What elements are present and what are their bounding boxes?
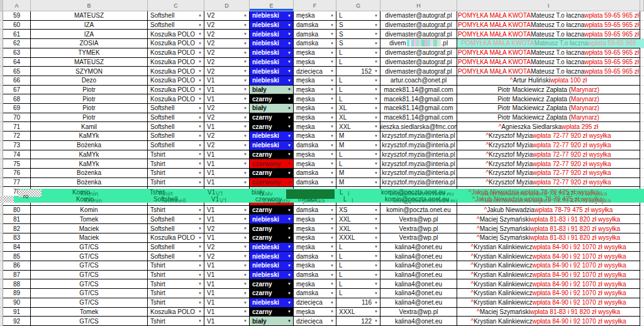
size-dropdown[interactable]: L▼ [336, 94, 380, 104]
email-cell[interactable]: macek81.14@gmail.com [380, 94, 457, 104]
name-cell[interactable]: GT/CS [31, 279, 148, 289]
note-cell[interactable]: POMYŁKA MAŁA KWOTA Mateusz T.o łaczna wp… [457, 58, 640, 67]
email-cell[interactable]: kalina4@onet.eu [380, 243, 457, 252]
size-dropdown[interactable]: L▼ [336, 243, 380, 252]
name-cell[interactable]: Kamil [31, 122, 148, 132]
color-dropdown[interactable]: biały▼ [250, 187, 294, 196]
name-cell[interactable]: GT/CS [31, 289, 148, 298]
color-dropdown[interactable]: czarny▼ [250, 150, 294, 160]
row-number-cell[interactable]: 92 [3, 317, 31, 326]
email-cell[interactable]: kalina4@onet.eu [380, 279, 457, 289]
row-number-cell[interactable]: 76 [3, 169, 31, 178]
column-header-B[interactable]: B [31, 0, 148, 11]
gender-dropdown[interactable]: męska▼ [294, 308, 336, 317]
size-dropdown[interactable]: 152▼ [336, 67, 380, 76]
gender-dropdown[interactable]: męska▼ [294, 279, 336, 289]
product-dropdown[interactable]: Koszulka POLO▼ [148, 233, 204, 243]
name-cell[interactable]: TYMEK [31, 48, 148, 58]
variant-dropdown[interactable]: V1▼ [204, 76, 250, 86]
note-cell[interactable]: Piotr Mackiewicz Zapłata ( Marynarz) [457, 94, 640, 104]
name-cell[interactable]: GT/CS [31, 298, 148, 308]
color-dropdown[interactable]: czerwony▼ [250, 196, 294, 206]
size-dropdown[interactable]: M▼ [336, 169, 380, 178]
note-cell[interactable]: Piotr Mackiewicz Zapłata ( Marynarz) [457, 86, 640, 95]
variant-dropdown[interactable]: V2▼ [204, 58, 250, 67]
note-cell[interactable]: ^Krzysztof Myzia wpłata 72-77 920 zł wys… [457, 178, 640, 188]
product-dropdown[interactable]: Softshell▼ [148, 141, 204, 150]
variant-dropdown[interactable]: V2▼ [204, 224, 250, 233]
product-dropdown[interactable]: Tshirt▼ [148, 159, 204, 169]
row-number-cell[interactable]: 91 [3, 308, 31, 317]
email-cell[interactable]: krzysztof.myzia@interia.pl [380, 159, 457, 169]
email-cell[interactable]: macek81.14@gmail.com [380, 86, 457, 95]
row-number-cell[interactable]: 88 [3, 279, 31, 289]
row-number-cell[interactable]: 60 [3, 21, 31, 30]
size-dropdown[interactable]: XXXL▼ [336, 233, 380, 243]
color-dropdown[interactable]: czarny▼ [250, 233, 294, 243]
product-dropdown[interactable]: Koszulka POLO▼ [148, 76, 204, 86]
email-cell[interactable]: kalina4@onet.eu [380, 317, 457, 326]
email-cell[interactable]: divem.pl [380, 39, 457, 48]
variant-dropdown[interactable]: V2▼ [204, 21, 250, 30]
gender-dropdown[interactable]: męska▼ [294, 113, 336, 123]
row-number-cell[interactable]: 75 [3, 159, 31, 169]
gender-dropdown[interactable]: męska▼ [294, 58, 336, 67]
row-number-cell[interactable]: 86 [3, 261, 31, 271]
note-cell[interactable]: ^Krystian Kalinkiewicz wpłata 84-90 i 92… [457, 243, 640, 252]
row-number-cell[interactable]: 82 [3, 224, 31, 233]
size-dropdown[interactable]: XXL▼ [336, 122, 380, 132]
variant-dropdown[interactable]: V2▼ [204, 243, 250, 252]
variant-dropdown[interactable]: V1▼ [204, 308, 250, 317]
gender-dropdown[interactable]: damska▼ [294, 169, 336, 178]
email-cell[interactable]: kalina4@onet.eu [380, 261, 457, 271]
product-dropdown[interactable]: Softshell▼ [148, 132, 204, 141]
variant-dropdown[interactable]: V2▼ [204, 132, 250, 141]
size-dropdown[interactable]: S▼ [336, 39, 380, 48]
color-dropdown[interactable]: niebieski▼ [250, 11, 294, 21]
email-cell[interactable]: krzysztof.myzia@interia.pl [380, 132, 457, 141]
product-dropdown[interactable]: Koszulka POLO▼ [148, 30, 204, 39]
size-dropdown[interactable]: M▼ [336, 132, 380, 141]
row-number-cell[interactable]: 67 [3, 86, 31, 95]
gender-dropdown[interactable]: męska▼ [294, 159, 336, 169]
size-dropdown[interactable]: XL▼ [336, 104, 380, 113]
product-dropdown[interactable]: Koszulka POLO▼ [148, 48, 204, 58]
row-number-cell[interactable]: 80 [3, 206, 31, 215]
color-dropdown[interactable]: biały▼ [250, 317, 294, 326]
note-cell[interactable]: ^Jakub Niewadzia wpłata 78-79 475 zł wys… [457, 187, 640, 196]
row-number-cell[interactable]: 81 [3, 215, 31, 224]
note-cell[interactable]: ^Krystian Kalinkiewicz wpłata 84-90 i 92… [457, 289, 640, 298]
email-cell[interactable]: krzysztof.myzia@interia.pl [380, 169, 457, 178]
color-dropdown[interactable]: niebieski▼ [250, 243, 294, 252]
note-cell[interactable]: POMYŁKA MAŁA KWOTA Mateusz T.o łaczna wp… [457, 39, 640, 48]
row-number-cell[interactable]: 87 [3, 271, 31, 280]
column-header-E[interactable]: E [250, 0, 294, 11]
product-dropdown[interactable]: Softshell▼ [148, 215, 204, 224]
column-header-D[interactable]: D [204, 0, 250, 11]
row-number-cell[interactable]: 59 [3, 11, 31, 21]
note-cell[interactable]: ^Krystian Kalinkiewicz wpłata 84-90 i 92… [457, 279, 640, 289]
email-cell[interactable]: macek81.14@gmail.com [380, 104, 457, 113]
product-dropdown[interactable]: Softshell▼ [148, 252, 204, 261]
size-dropdown[interactable]: XL▼ [336, 113, 380, 123]
email-cell[interactable]: Vextra@wp.pl [380, 233, 457, 243]
name-cell[interactable]: SZYMON [31, 67, 148, 76]
product-dropdown[interactable]: Tshirt▼ [148, 206, 204, 215]
note-cell[interactable]: ^Artur Huliński wpłata 100 zł [457, 76, 640, 86]
email-cell[interactable]: Vextra@wp.pl [380, 308, 457, 317]
email-cell[interactable]: krzysztof.myzia@interia.pl [380, 150, 457, 160]
name-cell[interactable]: MATEUSZ [31, 58, 148, 67]
color-dropdown[interactable]: czarny▼ [250, 289, 294, 298]
color-dropdown[interactable]: niebieski▼ [250, 252, 294, 261]
name-cell[interactable]: KaMYk [31, 132, 148, 141]
variant-dropdown[interactable]: V2▼ [204, 113, 250, 123]
note-cell[interactable]: ^Krzysztof Myzia wpłata 72-77 920 zł wys… [457, 150, 640, 160]
variant-dropdown[interactable]: V1▼ [204, 261, 250, 271]
product-dropdown[interactable]: Softshell▼ [148, 104, 204, 113]
variant-dropdown[interactable]: V1▼ [204, 271, 250, 280]
name-cell[interactable]: Piotr [31, 113, 148, 123]
row-number-cell[interactable]: 68 [3, 94, 31, 104]
email-cell[interactable]: divemaster@autograf.pl [380, 58, 457, 67]
name-cell[interactable]: GT/CS [31, 317, 148, 326]
name-cell[interactable]: Piotr [31, 104, 148, 113]
